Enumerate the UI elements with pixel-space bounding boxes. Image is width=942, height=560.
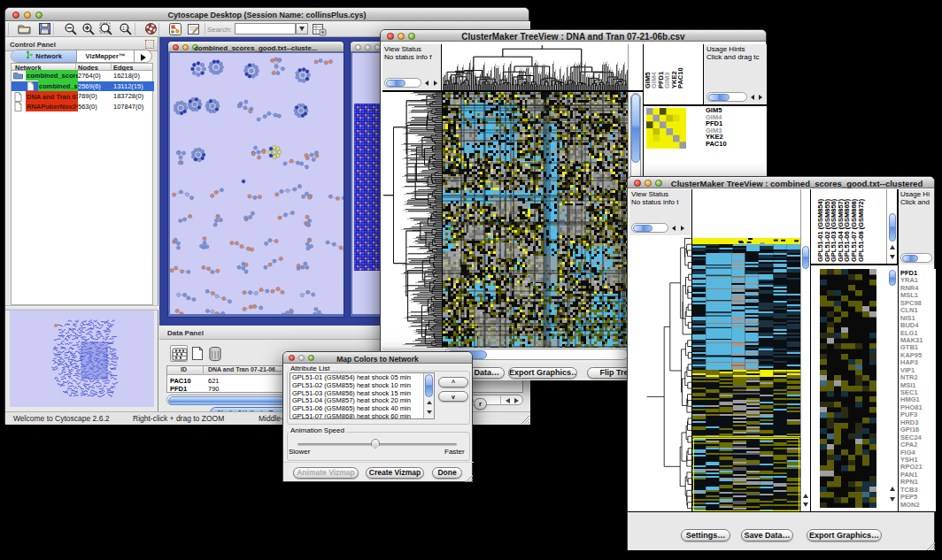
svg-text:1:1: 1:1 (122, 26, 128, 31)
svg-text:GPL51-08 (GSM872): GPL51-08 (GSM872) (857, 198, 865, 262)
svg-text:PAC10: PAC10 (676, 67, 684, 88)
